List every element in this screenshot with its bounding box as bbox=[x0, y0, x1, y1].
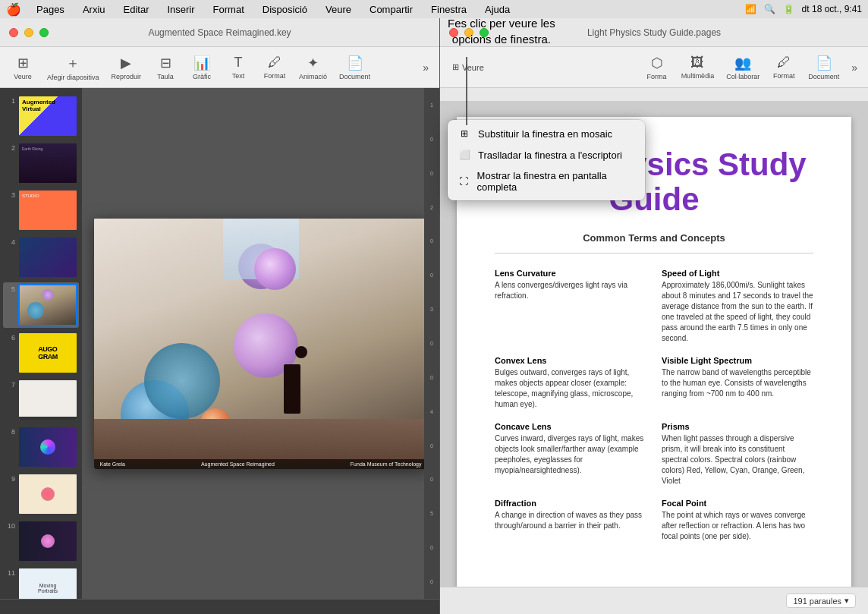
mosaic-icon: ⊞ bbox=[458, 128, 470, 140]
chart-icon: 📊 bbox=[193, 55, 210, 71]
pages-window-title: Light Physics Study Guide.pages bbox=[587, 27, 721, 38]
toolbar-shape-label: Forma bbox=[647, 73, 667, 80]
slide-num-10: 10 bbox=[5, 521, 15, 530]
shape-icon: ⬡ bbox=[651, 55, 663, 71]
ruler-mark-9: 0 bbox=[430, 375, 433, 380]
term-focal-point-name: Focal Point bbox=[662, 499, 813, 508]
pages-toolbar-more[interactable]: » bbox=[847, 58, 862, 77]
current-slide: Kate Grela Augmented Space Reimagined Fu… bbox=[94, 219, 428, 469]
slide-img-10 bbox=[18, 521, 77, 562]
toolbar-table[interactable]: ⊟ Taula bbox=[149, 52, 182, 83]
term-speed-light: Speed of Light Approximately 186,000mi/s… bbox=[662, 269, 813, 344]
toolbar-play-label: Reproduir bbox=[112, 73, 142, 80]
slide-thumb-2[interactable]: 2 Earth Rising bbox=[3, 141, 79, 185]
collab-icon: 👥 bbox=[734, 55, 751, 71]
pages-toolbar-left: ⊞ Veure bbox=[446, 59, 637, 75]
slide-thumb-11[interactable]: 11 MovingPortraits bbox=[3, 566, 79, 599]
menubar-veure[interactable]: Veure bbox=[322, 2, 354, 17]
battery-icon: 🔋 bbox=[783, 4, 794, 14]
toolbar-document-pages[interactable]: 📄 Document bbox=[804, 52, 844, 83]
toolbar-media[interactable]: 🖼 Multimèdia bbox=[677, 52, 719, 83]
toolbar-animate[interactable]: ✦ Animació bbox=[294, 52, 332, 83]
keynote-titlebar: Augmented Space Reimagined.key bbox=[0, 18, 439, 47]
slide-num-1: 1 bbox=[5, 96, 15, 105]
slide-img-1: AugmentedVirtual bbox=[18, 96, 77, 137]
slide-img-7 bbox=[18, 379, 77, 420]
toolbar-view[interactable]: ⊞ Veure bbox=[6, 52, 39, 83]
term-focal-point-def: The point at which rays or waves converg… bbox=[662, 510, 813, 542]
menubar-compartir[interactable]: Compartir bbox=[366, 2, 416, 17]
slide-thumb-5[interactable]: 5 bbox=[3, 282, 79, 328]
menu-item-fullscreen[interactable]: ⛶ Mostrar la finestra en pantalla comple… bbox=[448, 165, 645, 197]
fullscreen-button[interactable] bbox=[39, 28, 49, 37]
wifi-icon: 📶 bbox=[745, 4, 756, 14]
slide-num-3: 3 bbox=[5, 190, 15, 199]
slide-img-11: MovingPortraits bbox=[18, 568, 77, 599]
menu-item-mosaic[interactable]: ⊞ Substituir la finestra en mosaic bbox=[448, 123, 645, 144]
menubar-ajuda[interactable]: Ajuda bbox=[482, 2, 513, 17]
slide-thumb-3[interactable]: 3 STUDIO bbox=[3, 188, 79, 232]
terms-grid: Lens Curvature A lens converges/diverges… bbox=[495, 269, 813, 542]
slide-thumb-1[interactable]: 1 AugmentedVirtual bbox=[3, 94, 79, 138]
play-icon: ▶ bbox=[121, 55, 131, 71]
table-icon: ⊟ bbox=[160, 55, 171, 71]
menubar-finestra[interactable]: Finestra bbox=[428, 2, 470, 17]
slide-thumb-7[interactable]: 7 bbox=[3, 378, 79, 422]
toolbar-document[interactable]: 📄 Document bbox=[335, 52, 375, 83]
term-prisms-def: When light passes through a dispersive p… bbox=[662, 433, 813, 486]
text-icon: T bbox=[234, 55, 243, 71]
toolbar-text[interactable]: T Text bbox=[222, 52, 255, 83]
menu-item-desktop-label: Traslladar la finestra a l'escriptori bbox=[478, 150, 622, 161]
pages-close-button[interactable] bbox=[449, 28, 458, 37]
term-prisms-name: Prisms bbox=[662, 422, 813, 431]
animate-icon: ✦ bbox=[307, 55, 319, 71]
apple-menu[interactable]: 🍎 bbox=[6, 2, 21, 17]
slide-thumb-10[interactable]: 10 bbox=[3, 519, 79, 563]
toolbar-animate-label: Animació bbox=[299, 73, 327, 80]
slide-num-2: 2 bbox=[5, 143, 15, 152]
menubar-disposicio[interactable]: Disposició bbox=[259, 2, 310, 17]
toolbar-add-slide[interactable]: ＋ Afegir diapositiva bbox=[42, 51, 104, 84]
menubar-pages[interactable]: Pages bbox=[33, 2, 68, 17]
fullscreen-icon: ⛶ bbox=[458, 175, 470, 187]
slide-panel[interactable]: 1 AugmentedVirtual 2 Earth Rising 3 bbox=[0, 88, 82, 599]
toolbar-collab[interactable]: 👥 Col·laborar bbox=[722, 52, 764, 83]
term-convex-lens-name: Convex Lens bbox=[495, 356, 646, 365]
menubar-inserir[interactable]: Inserir bbox=[164, 2, 197, 17]
menubar-arxiu[interactable]: Arxiu bbox=[80, 2, 108, 17]
term-lens-curvature: Lens Curvature A lens converges/diverges… bbox=[495, 269, 646, 344]
toolbar-shape[interactable]: ⬡ Forma bbox=[640, 52, 674, 83]
slide-thumb-9[interactable]: 9 bbox=[3, 472, 79, 516]
word-count-badge[interactable]: 191 paraules ▾ bbox=[786, 594, 856, 608]
slide-thumb-8[interactable]: 8 bbox=[3, 425, 79, 469]
toolbar-chart[interactable]: 📊 Gràfic bbox=[185, 52, 219, 83]
slide-thumb-6[interactable]: 6 AUGOGRAM bbox=[3, 331, 79, 375]
menubar-editar[interactable]: Editar bbox=[121, 2, 153, 17]
ruler-mark-12: 0 bbox=[430, 477, 433, 482]
toolbar-view-label: Veure bbox=[14, 73, 32, 80]
search-icon[interactable]: 🔍 bbox=[764, 4, 775, 14]
toolbar-play[interactable]: ▶ Reproduir bbox=[107, 52, 146, 83]
pages-view-button[interactable]: ⊞ Veure bbox=[446, 59, 490, 75]
toolbar-format-pages[interactable]: 🖊 Format bbox=[767, 52, 800, 83]
term-lens-curvature-def: A lens converges/diverges light rays via… bbox=[495, 280, 646, 301]
document-icon: 📄 bbox=[347, 55, 363, 71]
ruler-mark-15: 0 bbox=[430, 579, 433, 584]
slide-num-5: 5 bbox=[5, 284, 15, 293]
close-button[interactable] bbox=[9, 28, 18, 37]
slide-thumb-4[interactable]: 4 bbox=[3, 235, 79, 279]
pages-minimize-button[interactable] bbox=[464, 28, 473, 37]
term-lens-curvature-name: Lens Curvature bbox=[495, 269, 646, 278]
pages-fullscreen-button[interactable] bbox=[480, 28, 489, 37]
toolbar-more-button[interactable]: » bbox=[418, 58, 433, 77]
toolbar-format[interactable]: 🖊 Format bbox=[258, 52, 291, 83]
menubar-format[interactable]: Format bbox=[210, 2, 247, 17]
slide-num-8: 8 bbox=[5, 427, 15, 436]
term-visible-light-def: The narrow band of wavelengths perceptib… bbox=[662, 367, 813, 399]
menu-item-desktop[interactable]: ⬜ Traslladar la finestra a l'escriptori bbox=[448, 144, 645, 165]
slide-img-9 bbox=[18, 474, 77, 515]
slide-photo: Kate Grela Augmented Space Reimagined Fu… bbox=[94, 219, 428, 469]
minimize-button[interactable] bbox=[24, 28, 33, 37]
toolbar-chart-label: Gràfic bbox=[193, 73, 211, 80]
term-diffraction-name: Diffraction bbox=[495, 499, 646, 508]
